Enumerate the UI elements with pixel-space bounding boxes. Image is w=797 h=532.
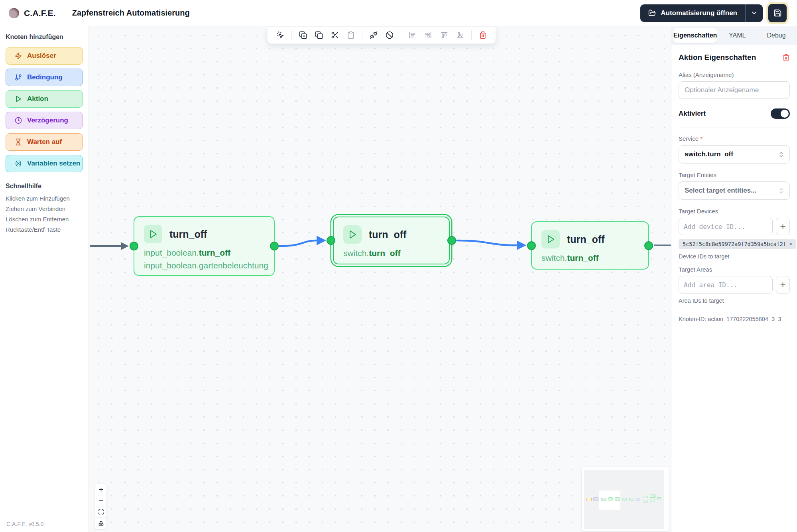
node-output-handle[interactable]	[270, 242, 279, 250]
target-devices-label: Target Devices	[679, 208, 790, 215]
area-id-input[interactable]	[679, 276, 773, 294]
chevron-down-icon	[751, 10, 758, 16]
header-divider	[64, 7, 64, 19]
minimap-node	[650, 499, 655, 502]
copy-icon[interactable]	[311, 28, 327, 42]
device-id-input[interactable]	[679, 218, 773, 235]
delete-node-button[interactable]	[782, 54, 790, 61]
action-node-input-boolean-turn-off[interactable]: turn_off input_boolean.turn_off input_bo…	[134, 216, 275, 276]
add-condition-button[interactable]: Bedingung	[6, 69, 83, 86]
add-wait-label: Warten auf	[27, 138, 62, 146]
minimap-node	[643, 496, 648, 498]
toolbar-divider	[291, 30, 292, 40]
add-variables-button[interactable]: Variablen setzen	[6, 155, 83, 172]
copy-plus-icon[interactable]	[295, 28, 311, 42]
device-help-text: Device IDs to target	[679, 253, 790, 260]
cut-icon[interactable]	[327, 28, 343, 42]
pointer-click-icon[interactable]	[272, 28, 288, 42]
play-icon	[343, 225, 362, 244]
add-nodes-title: Knoten hinzufügen	[6, 33, 83, 41]
minimap-node	[650, 495, 656, 498]
align-right-icon[interactable]	[420, 28, 436, 42]
fit-view-button[interactable]	[95, 506, 106, 518]
open-dropdown-button[interactable]	[745, 4, 763, 22]
add-action-button[interactable]: Aktion	[6, 90, 83, 108]
minimap-node	[586, 498, 592, 501]
node-id-text: Knoten-ID: action_1770222055804_3_3	[679, 316, 790, 322]
zoom-in-button[interactable]	[95, 484, 106, 495]
node-service: input_boolean.turn_off	[144, 248, 264, 258]
minimap[interactable]	[582, 467, 669, 531]
add-trigger-button[interactable]: Auslöser	[6, 47, 83, 65]
minimap-node	[629, 498, 634, 500]
panel-title: Aktion Eigenschaften	[679, 53, 756, 62]
canvas-toolbar	[267, 26, 496, 44]
help-item: Rücktaste/Entf-Taste	[6, 226, 83, 234]
node-title: turn_off	[567, 234, 604, 245]
ban-icon[interactable]	[382, 28, 398, 42]
canvas-controls	[95, 484, 106, 529]
app-name: C.A.F.E.	[24, 8, 56, 18]
play-icon	[144, 225, 162, 243]
node-service: switch.turn_off	[343, 248, 439, 258]
tab-yaml[interactable]: YAML	[718, 28, 756, 43]
clock-icon	[15, 117, 22, 124]
service-label: Service *	[679, 135, 790, 142]
alias-input[interactable]	[679, 81, 790, 99]
app-header: C.A.F.E. Zapfenstreich Automatisierung A…	[0, 0, 797, 26]
hourglass-icon	[15, 138, 22, 146]
toolbar-divider	[401, 30, 401, 40]
node-output-handle[interactable]	[644, 241, 653, 250]
open-automation-button[interactable]: Automatisierung öffnen	[640, 4, 745, 22]
help-item: Klicken zum Hinzufügen	[6, 195, 83, 203]
remove-device-icon[interactable]: ×	[789, 241, 792, 247]
variable-icon	[15, 160, 22, 167]
unplug-icon[interactable]	[366, 28, 382, 42]
target-entities-label: Target Entities	[679, 171, 790, 178]
add-delay-label: Verzögerung	[27, 116, 68, 124]
tab-eigenschaften[interactable]: Eigenschaften	[673, 28, 717, 43]
flow-canvas[interactable]: turn_off input_boolean.turn_off input_bo…	[89, 26, 671, 532]
save-button[interactable]	[768, 4, 787, 22]
align-bottom-icon[interactable]	[452, 28, 468, 42]
node-input-handle[interactable]	[527, 241, 536, 250]
alias-label: Alias (Anzeigename)	[679, 71, 790, 78]
node-service: switch.turn_off	[541, 253, 639, 263]
zoom-out-button[interactable]	[95, 495, 106, 506]
add-device-button[interactable]: +	[776, 218, 790, 235]
node-output-handle[interactable]	[447, 236, 456, 245]
target-entities-select[interactable]: Select target entities...	[679, 181, 790, 200]
minimap-node	[643, 500, 648, 502]
service-value: switch.turn_off	[685, 150, 733, 158]
minimap-node	[636, 498, 640, 500]
action-node-switch-turn-off-selected[interactable]: turn_off switch.turn_off	[333, 217, 450, 264]
node-entity: input_boolean.gartenbeleuchtung	[144, 261, 264, 270]
add-area-button[interactable]: +	[776, 276, 790, 294]
add-variables-label: Variablen setzen	[27, 160, 80, 167]
node-input-handle[interactable]	[327, 236, 335, 245]
delete-icon[interactable]	[475, 28, 491, 42]
paste-icon[interactable]	[343, 28, 359, 42]
node-input-handle[interactable]	[130, 242, 138, 250]
add-wait-button[interactable]: Warten auf	[6, 133, 83, 151]
tab-debug[interactable]: Debug	[758, 28, 795, 43]
enabled-toggle[interactable]	[771, 108, 790, 119]
service-select[interactable]: switch.turn_off	[679, 145, 790, 164]
automation-title: Zapfenstreich Automatisierung	[72, 8, 190, 18]
toolbar-divider	[362, 30, 362, 40]
save-icon	[773, 9, 782, 17]
add-delay-button[interactable]: Verzögerung	[6, 112, 83, 129]
align-left-icon[interactable]	[404, 28, 420, 42]
folder-open-icon	[648, 9, 656, 17]
minimap-node	[601, 498, 606, 501]
minimap-node	[657, 497, 661, 500]
add-action-label: Aktion	[27, 95, 48, 103]
action-node-switch-turn-off[interactable]: turn_off switch.turn_off	[531, 221, 649, 270]
lock-button[interactable]	[95, 518, 106, 529]
minimap-node	[622, 498, 627, 500]
align-top-icon[interactable]	[436, 28, 452, 42]
add-trigger-label: Auslöser	[27, 52, 56, 60]
node-title: turn_off	[169, 229, 207, 240]
target-entities-placeholder: Select target entities...	[685, 187, 756, 195]
quick-help-title: Schnellhilfe	[6, 183, 83, 190]
